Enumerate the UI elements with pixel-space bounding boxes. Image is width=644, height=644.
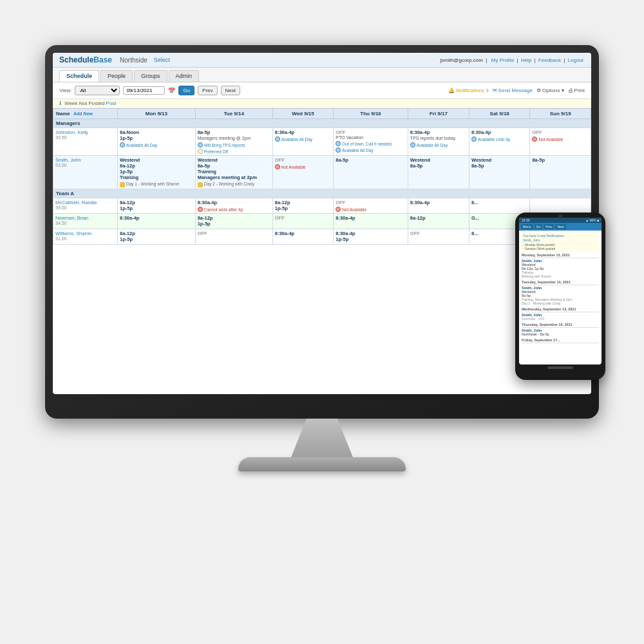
notifications-badge[interactable]: 🔔 Notifications 3 xyxy=(448,88,488,93)
not-avail-line: Cannot work after 4p xyxy=(198,207,270,212)
notification-text: Notifications 3 xyxy=(456,88,488,93)
print-label: Print xyxy=(574,88,585,93)
off-text: OFF xyxy=(532,129,589,135)
phone-not-avail: Northside - OFF xyxy=(522,317,545,321)
app-header: ScheduleBase Northside Select jsmith@gco… xyxy=(53,53,591,68)
scene: ScheduleBase Northside Select jsmith@gco… xyxy=(26,45,618,599)
phone-go-btn[interactable]: Go xyxy=(535,224,543,229)
col-fri: Fri 9/17 xyxy=(408,109,469,119)
col-tue: Tue 9/14 xyxy=(195,109,272,119)
shift-text: 8a-12p1p-5p xyxy=(275,200,332,211)
col-wed: Wed 9/15 xyxy=(272,109,334,119)
williams-fri: OFF xyxy=(408,229,469,245)
mccallister-tue: 8:30a-4p Cannot work after 4p xyxy=(195,198,272,214)
options-button[interactable]: ⚙ Options▾ xyxy=(536,88,564,93)
shift-text: 8a-12p1p-5p xyxy=(120,200,193,211)
next-button[interactable]: Next xyxy=(221,86,240,95)
app-toolbar: View: All 📅 Go Prev Next 🔔 Notific xyxy=(53,82,591,99)
app-select-link[interactable]: Select xyxy=(154,57,170,63)
day-note: Day 2 - Working with Cindy xyxy=(198,182,270,187)
toolbar-left: View: All 📅 Go Prev Next xyxy=(59,86,240,95)
newman-thu: 8:30a-4p xyxy=(334,214,408,229)
avail-line: Will Bring TPS reports. xyxy=(198,142,270,147)
logout-link[interactable]: Logout xyxy=(568,57,583,63)
prev-button[interactable]: Prev xyxy=(198,86,217,95)
avail-preferred-off: Preferred Off xyxy=(198,149,270,154)
tab-admin[interactable]: Admin xyxy=(169,70,200,82)
view-select[interactable]: All xyxy=(75,86,120,95)
not-avail-line: Not Available xyxy=(532,137,589,142)
post-link[interactable]: Post xyxy=(106,100,117,106)
table-row: Smith, John 53.00 Westend8a-12p1p-5pTrai… xyxy=(53,156,591,189)
employee-name-williams[interactable]: Williams, Sharon xyxy=(55,231,115,236)
shift-text: 8a-12p xyxy=(410,215,467,221)
phone-shift-entry: Smith, John Northside - 8a-5p xyxy=(522,328,599,336)
phone-day-monday: Monday, September 13, 2021 Smith, John W… xyxy=(522,253,599,278)
employee-name-johnston[interactable]: Johnston, Kelly xyxy=(55,129,115,135)
smith-fri: Westend8a-5p xyxy=(408,156,469,189)
williams-wed: 8:30a-4p xyxy=(272,229,334,245)
col-sun: Sun 9/19 xyxy=(530,109,591,119)
date-input[interactable] xyxy=(123,86,165,95)
tab-schedule[interactable]: Schedule xyxy=(59,70,99,82)
shift-text: 8a-12p1p-5p xyxy=(198,215,270,227)
help-link[interactable]: Help xyxy=(521,57,531,63)
employee-name-mccallister[interactable]: McCallister, Randie xyxy=(55,200,115,205)
tab-groups[interactable]: Groups xyxy=(134,70,167,82)
app-nav: Schedule People Groups Admin xyxy=(53,68,591,82)
phone-shift-note-2: Working with Sharon xyxy=(522,274,551,278)
mccallister-wed: 8a-12p1p-5p xyxy=(272,198,334,214)
phone-menu-btn[interactable]: Menu xyxy=(521,224,533,229)
phone-notif-2: Smith, John xyxy=(523,238,598,242)
app-logo: ScheduleBase xyxy=(59,55,112,64)
tab-people[interactable]: People xyxy=(100,70,133,82)
phone-time: 10:30 xyxy=(522,218,530,222)
mccallister-fri: 8:30a-4p xyxy=(408,198,469,214)
phone-screen: 10:30 ▲ WiFi ■ Menu Go Prev Next You hav… xyxy=(519,218,601,365)
not-avail-line: Not Available xyxy=(336,207,406,212)
phone-home-bar[interactable] xyxy=(547,366,573,369)
shift-note: PTO Vacation xyxy=(336,135,406,140)
shift-text: 8a-5p xyxy=(532,157,589,163)
phone-shift-time: Northside - 8a-5p xyxy=(522,332,549,336)
feedback-link[interactable]: Feedback xyxy=(538,57,561,63)
section-managers: Managers xyxy=(53,119,591,128)
day-note: Day 1 - Working with Sharon xyxy=(120,182,193,187)
table-row: Williams, Sharon 31.00 8a-12p1p-5p OFF xyxy=(53,229,591,245)
add-new-link[interactable]: Add New xyxy=(73,111,93,116)
phone-camera xyxy=(558,214,562,218)
mccallister-thu: OFF Not Available xyxy=(334,198,408,214)
shift-text: 8:30a-4p xyxy=(275,231,332,236)
schedule-scroll-area[interactable]: Name Add New Mon 9/13 Tue 9/14 Wed 9/15 … xyxy=(53,108,591,245)
gear-icon: ⚙ xyxy=(536,88,541,93)
send-message-button[interactable]: ✉ Send Message xyxy=(493,88,533,93)
off-text: OFF xyxy=(275,215,332,221)
phone-day-header-mon: Monday, September 13, 2021 xyxy=(522,253,599,258)
monitor: ScheduleBase Northside Select jsmith@gco… xyxy=(45,45,599,419)
employee-name-cell: Newman, Brian 34.50 xyxy=(53,214,118,229)
options-label: Options xyxy=(542,88,560,93)
view-label: View: xyxy=(59,88,71,93)
employee-name-newman[interactable]: Newman, Brian xyxy=(55,215,115,221)
smith-sun: 8a-5p xyxy=(530,156,591,189)
app: ScheduleBase Northside Select jsmith@gco… xyxy=(53,53,591,394)
managers-label: Managers xyxy=(53,119,591,128)
avail-line: Out of town. Call if needed. xyxy=(336,141,406,146)
my-profile-link[interactable]: My Profile xyxy=(491,57,515,63)
smith-tue: Westend8a-5pTrainingManagers meeting at … xyxy=(195,156,272,189)
phone-shift-entry: Smith, John Northside - OFF xyxy=(522,313,599,321)
employee-name-smith[interactable]: Smith, John xyxy=(55,157,115,163)
print-button[interactable]: 🖨 Print xyxy=(568,88,585,93)
phone-notification-area: You have 3 new Notifications Smith, John… xyxy=(522,232,599,252)
go-button[interactable]: Go xyxy=(178,86,194,95)
toolbar-right: 🔔 Notifications 3 ✉ Send Message ⚙ Optio… xyxy=(448,88,585,93)
phone-day-thursday: Thursday, September 16, 2021 Smith, John… xyxy=(522,323,599,336)
shift-text: Westend8a-12p1p-5pTraining xyxy=(120,157,193,180)
envelope-icon: ✉ xyxy=(493,88,497,93)
phone-next-btn[interactable]: Next xyxy=(555,224,565,229)
phone-prev-btn[interactable]: Prev xyxy=(544,224,554,229)
calendar-icon[interactable]: 📅 xyxy=(168,88,175,94)
table-row: Johnston, Kelly 39.50 8a-Noon1p-5p Avail… xyxy=(53,128,591,156)
smith-mon: Westend8a-12p1p-5pTraining Day 1 - Worki… xyxy=(118,156,196,189)
smith-sat: Westend8a-5p xyxy=(469,156,530,189)
